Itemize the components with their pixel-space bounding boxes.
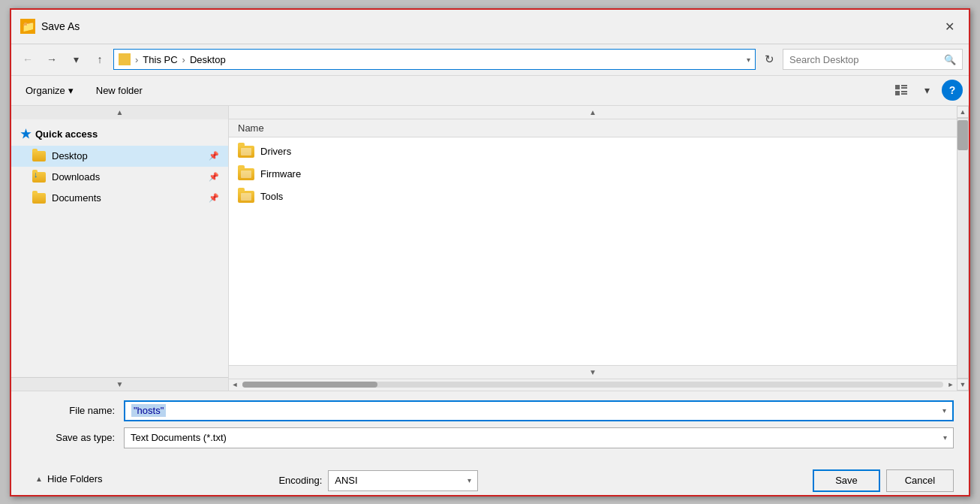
toolbar-right: ▾ ? xyxy=(891,80,963,101)
sidebar-quick-access[interactable]: ★ Quick access xyxy=(11,122,228,146)
save-type-row: Save as type: Text Documents (*.txt) ▾ xyxy=(26,427,954,448)
action-buttons: Save Cancel xyxy=(813,469,954,492)
save-type-label: Save as type: xyxy=(26,432,124,443)
file-scroll-down-arrow: ▼ xyxy=(589,368,597,376)
file-list-scroll-down[interactable]: ▼ xyxy=(229,365,957,379)
vscroll-track[interactable] xyxy=(957,118,969,379)
h-scroll-right-button[interactable]: ► xyxy=(945,379,957,391)
horizontal-scrollbar[interactable]: ◄ ► xyxy=(229,379,957,391)
dropdown-button[interactable]: ▾ xyxy=(65,49,86,70)
toolbar: Organize ▾ New folder ▾ ? xyxy=(11,76,969,106)
svg-rect-1 xyxy=(895,91,900,95)
main-content: ▲ ★ Quick access Desktop 📌 xyxy=(11,106,969,391)
file-list: Drivers Firmware xyxy=(229,137,957,365)
search-icon: 🔍 xyxy=(944,54,956,65)
h-scroll-thumb[interactable] xyxy=(242,382,377,388)
sidebar-item-documents[interactable]: Documents 📌 xyxy=(11,188,228,209)
vscroll-thumb[interactable] xyxy=(957,120,968,150)
h-scroll-left-button[interactable]: ◄ xyxy=(229,379,241,391)
new-folder-button[interactable]: New folder xyxy=(88,81,151,100)
save-type-dropdown[interactable]: ▾ xyxy=(943,433,947,442)
sidebar-scroll-down[interactable]: ▼ xyxy=(11,377,228,391)
organize-label: Organize xyxy=(26,85,65,96)
sidebar-items: ★ Quick access Desktop 📌 ↓ xyxy=(11,119,228,377)
close-button[interactable]: ✕ xyxy=(939,16,960,37)
view-dropdown-arrow: ▾ xyxy=(924,84,930,96)
documents-folder-icon xyxy=(32,192,46,204)
file-list-scroll-up[interactable]: ▲ xyxy=(229,106,957,119)
refresh-button[interactable]: ↻ xyxy=(759,49,780,70)
cancel-button[interactable]: Cancel xyxy=(886,469,954,492)
vscroll-up-button[interactable]: ▲ xyxy=(957,106,969,118)
file-name-dropdown[interactable]: ▾ xyxy=(942,406,946,415)
file-item-tools[interactable]: Tools xyxy=(229,186,957,208)
title-bar: 📁 Save As ✕ xyxy=(11,10,969,44)
organize-arrow: ▾ xyxy=(68,85,74,96)
sidebar-item-downloads[interactable]: ↓ Downloads 📌 xyxy=(11,167,228,188)
encoding-select[interactable]: ANSI ▾ xyxy=(328,470,478,491)
view-dropdown-button[interactable]: ▾ xyxy=(916,80,937,101)
encoding-dropdown[interactable]: ▾ xyxy=(467,476,471,484)
save-as-dialog: 📁 Save As ✕ ← → ▾ ↑ › This PC › Desktop … xyxy=(10,8,970,496)
file-list-header: Name xyxy=(229,119,957,137)
file-item-tools-name: Tools xyxy=(260,191,283,202)
address-separator-2: › xyxy=(182,54,185,65)
address-bar[interactable]: › This PC › Desktop ▾ xyxy=(113,49,756,70)
firmware-folder-icon xyxy=(238,167,254,181)
organize-button[interactable]: Organize ▾ xyxy=(17,81,82,100)
file-item-drivers[interactable]: Drivers xyxy=(229,140,957,163)
help-label: ? xyxy=(949,84,956,96)
column-name: Name xyxy=(238,122,264,134)
bottom-section: File name: "hosts" ▾ Save as type: Text … xyxy=(11,391,969,463)
scroll-down-arrow: ▼ xyxy=(116,380,124,388)
save-type-value: Text Documents (*.txt) xyxy=(131,432,227,443)
downloads-folder-icon: ↓ xyxy=(32,171,46,183)
dialog-icon: 📁 xyxy=(20,19,35,34)
svg-rect-5 xyxy=(901,93,907,95)
file-scroll-up-arrow: ▲ xyxy=(589,108,597,116)
svg-rect-4 xyxy=(901,91,907,92)
navigation-bar: ← → ▾ ↑ › This PC › Desktop ▾ ↻ 🔍 xyxy=(11,44,969,76)
address-this-pc: This PC xyxy=(143,54,177,65)
sidebar: ▲ ★ Quick access Desktop 📌 xyxy=(11,106,229,391)
forward-button[interactable]: → xyxy=(41,49,62,70)
svg-rect-0 xyxy=(895,85,900,89)
hide-folders-icon: ▲ xyxy=(35,475,43,483)
address-folder-icon xyxy=(119,53,131,65)
sidebar-downloads-pin: 📌 xyxy=(209,172,219,182)
new-folder-label: New folder xyxy=(96,85,143,96)
hide-folders-button[interactable]: ▲ Hide Folders xyxy=(26,470,112,490)
scroll-up-arrow: ▲ xyxy=(116,108,124,116)
save-label: Save xyxy=(835,475,858,486)
file-item-firmware[interactable]: Firmware xyxy=(229,163,957,186)
file-name-label: File name: xyxy=(26,405,124,416)
up-button[interactable]: ↑ xyxy=(89,49,110,70)
file-item-drivers-name: Drivers xyxy=(260,146,291,157)
search-bar[interactable]: 🔍 xyxy=(783,49,963,70)
address-dropdown-button[interactable]: ▾ xyxy=(747,56,750,64)
sidebar-item-desktop[interactable]: Desktop 📌 xyxy=(11,146,228,167)
sidebar-scroll-up[interactable]: ▲ xyxy=(11,106,228,119)
vscroll-down-button[interactable]: ▼ xyxy=(957,379,969,391)
help-button[interactable]: ? xyxy=(942,80,963,101)
view-mode-button[interactable] xyxy=(891,80,912,101)
h-scroll-track[interactable] xyxy=(242,382,943,388)
back-button[interactable]: ← xyxy=(17,49,38,70)
save-button[interactable]: Save xyxy=(813,469,880,492)
action-row: ▲ Hide Folders Encoding: ANSI ▾ Save Can… xyxy=(11,463,969,495)
save-type-select[interactable]: Text Documents (*.txt) ▾ xyxy=(124,427,954,448)
search-input[interactable] xyxy=(789,54,944,65)
vertical-scrollbar[interactable]: ▲ ▼ xyxy=(957,106,969,391)
sidebar-downloads-label: Downloads xyxy=(52,171,206,183)
encoding-value: ANSI xyxy=(335,475,357,486)
file-item-firmware-name: Firmware xyxy=(260,168,301,180)
address-separator-1: › xyxy=(135,54,138,65)
sidebar-desktop-pin: 📌 xyxy=(209,151,219,161)
file-name-row: File name: "hosts" ▾ xyxy=(26,400,954,421)
address-desktop: Desktop xyxy=(190,54,226,65)
file-name-input[interactable]: "hosts" ▾ xyxy=(124,400,954,421)
sidebar-documents-pin: 📌 xyxy=(209,193,219,203)
quick-access-label: Quick access xyxy=(35,128,98,140)
sidebar-desktop-label: Desktop xyxy=(52,150,206,161)
encoding-label: Encoding: xyxy=(278,475,322,486)
